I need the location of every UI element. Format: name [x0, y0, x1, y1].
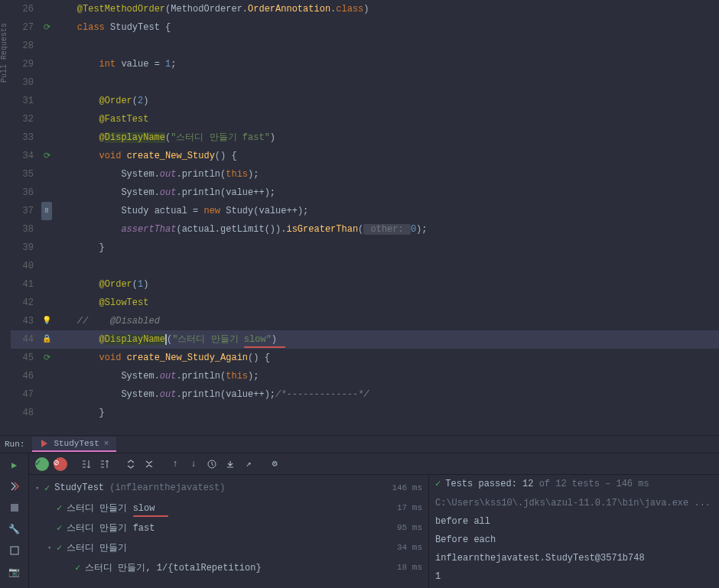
- code-line-48[interactable]: 48 }: [11, 404, 719, 422]
- run-toolbar: ✓ ⊘ ↑ ↓ ↗ ⚙: [29, 453, 719, 475]
- usage-badge: 8: [41, 202, 51, 220]
- code-content[interactable]: System.out.println(value++);/*----------…: [55, 385, 719, 404]
- code-line-43[interactable]: 43💡 // @Disabled: [11, 312, 719, 330]
- line-number: 33: [11, 128, 38, 147]
- console-output: ✓ Tests passed: 12 of 12 tests – 146 ms …: [428, 475, 719, 588]
- code-line-44[interactable]: 44🔒 @DisplayName("스터디 만들기 slow"): [11, 330, 719, 349]
- tree-arrow-icon[interactable]: ▾: [47, 544, 57, 552]
- gutter-marker: 💡: [38, 312, 55, 330]
- show-passed-button[interactable]: ✓: [34, 456, 50, 473]
- test-tree-item[interactable]: ▾✓StudyTest (inflearnthejavatest)146 ms: [29, 478, 428, 498]
- code-line-41[interactable]: 41 @Order(1): [11, 275, 719, 294]
- sort-duration-button[interactable]: [96, 456, 113, 473]
- code-line-38[interactable]: 38 assertThat(actual.getLimit()).isGreat…: [11, 220, 719, 239]
- code-line-39[interactable]: 39 }: [11, 239, 719, 257]
- camera-icon[interactable]: 📷: [6, 564, 23, 580]
- code-content[interactable]: System.out.println(this);: [55, 165, 719, 184]
- rerun-button[interactable]: ▶: [6, 456, 23, 473]
- code-line-45[interactable]: 45⟳ void create_New_Study_Again() {: [11, 349, 719, 367]
- console-line: inflearnthejavatest.StudyTest@3571b748: [435, 549, 713, 567]
- gutter-marker: 8: [38, 202, 55, 220]
- test-tree-item[interactable]: ▾✓스터디 만들기34 ms: [29, 538, 428, 557]
- code-content[interactable]: @SlowTest: [55, 294, 719, 312]
- gutter-marker: ⟳: [38, 349, 55, 367]
- show-ignored-button[interactable]: ⊘: [52, 456, 69, 473]
- code-content[interactable]: int value = 1;: [55, 55, 719, 73]
- test-tree-item[interactable]: ✓스터디 만들기, 1/{totalRepetition}18 ms: [29, 557, 428, 577]
- code-line-46[interactable]: 46 System.out.println(this);: [11, 367, 719, 385]
- code-content[interactable]: void create_New_Study() {: [55, 147, 719, 165]
- code-line-27[interactable]: 27⟳ class StudyTest {: [11, 18, 719, 37]
- test-duration: 146 ms: [392, 483, 422, 492]
- line-number: 37: [11, 202, 38, 220]
- close-icon[interactable]: ×: [104, 439, 109, 448]
- code-line-35[interactable]: 35 System.out.println(this);: [11, 165, 719, 184]
- settings-button[interactable]: ⚙: [266, 456, 283, 473]
- code-line-32[interactable]: 32 @FastTest: [11, 110, 719, 128]
- pull-requests-tab[interactable]: Pull Requests: [0, 23, 10, 83]
- code-content[interactable]: System.out.println(this);: [55, 367, 719, 385]
- run-sidebar: ▶ 🔧 📷: [0, 453, 29, 588]
- line-number: 32: [11, 110, 38, 128]
- expand-all-button[interactable]: [122, 456, 139, 473]
- code-content[interactable]: @Order(1): [55, 275, 719, 294]
- code-line-31[interactable]: 31 @Order(2): [11, 92, 719, 110]
- line-number: 36: [11, 184, 38, 202]
- collapse-all-button[interactable]: [141, 456, 158, 473]
- code-line-28[interactable]: 28: [11, 37, 719, 55]
- run-tab-studytest[interactable]: StudyTest ×: [32, 437, 116, 452]
- history-button[interactable]: [203, 456, 220, 473]
- line-number: 29: [11, 55, 38, 73]
- code-line-30[interactable]: 30: [11, 73, 719, 92]
- test-tree-item[interactable]: ✓스터디 만들기 fast95 ms: [29, 518, 428, 538]
- previous-button[interactable]: ↑: [167, 456, 184, 473]
- code-content[interactable]: @DisplayName("스터디 만들기 fast"): [55, 128, 719, 147]
- code-editor[interactable]: 26 @TestMethodOrder(MethodOrderer.OrderA…: [11, 0, 719, 435]
- code-content[interactable]: @TestMethodOrder(MethodOrderer.OrderAnno…: [55, 0, 719, 18]
- code-content[interactable]: System.out.println(value++);: [55, 184, 719, 202]
- code-line-26[interactable]: 26 @TestMethodOrder(MethodOrderer.OrderA…: [11, 0, 719, 18]
- code-content[interactable]: @FastTest: [55, 110, 719, 128]
- line-number: 30: [11, 73, 38, 92]
- test-tree[interactable]: ▾✓StudyTest (inflearnthejavatest)146 ms✓…: [29, 475, 428, 588]
- layout-button[interactable]: [6, 542, 23, 559]
- code-content[interactable]: }: [55, 239, 719, 257]
- code-content[interactable]: assertThat(actual.getLimit()).isGreaterT…: [55, 220, 719, 239]
- sort-alphabetically-button[interactable]: [78, 456, 95, 473]
- stop-button[interactable]: [6, 499, 23, 516]
- line-number: 39: [11, 239, 38, 257]
- next-button[interactable]: ↓: [185, 456, 202, 473]
- code-content[interactable]: @DisplayName("스터디 만들기 slow"): [55, 330, 719, 349]
- code-line-47[interactable]: 47 System.out.println(value++);/*-------…: [11, 385, 719, 404]
- gutter-marker: ⟳: [38, 147, 55, 165]
- code-line-42[interactable]: 42 @SlowTest: [11, 294, 719, 312]
- test-duration: 17 ms: [397, 503, 422, 512]
- code-line-33[interactable]: 33 @DisplayName("스터디 만들기 fast"): [11, 128, 719, 147]
- wrench-icon[interactable]: 🔧: [6, 521, 23, 538]
- import-button[interactable]: [222, 456, 239, 473]
- tree-arrow-icon[interactable]: ▾: [35, 484, 44, 492]
- code-content[interactable]: Study actual = new Study(value++);: [55, 202, 719, 220]
- code-content[interactable]: void create_New_Study_Again() {: [55, 349, 719, 367]
- test-duration: 34 ms: [397, 543, 422, 552]
- test-label: 스터디 만들기 fast: [67, 521, 397, 534]
- gutter-marker: 🔒: [38, 330, 55, 349]
- code-content[interactable]: class StudyTest {: [55, 18, 719, 37]
- code-line-29[interactable]: 29 int value = 1;: [11, 55, 719, 73]
- code-content[interactable]: @Order(2): [55, 92, 719, 110]
- tests-status-text: Tests passed: 12 of 12 tests – 146 ms: [445, 479, 649, 489]
- test-passed-icon: ✓: [57, 542, 62, 554]
- test-passed-icon: ✓: [57, 502, 62, 514]
- code-content[interactable]: // @Disabled: [55, 312, 719, 330]
- line-number: 43: [11, 312, 38, 330]
- rerun-failed-button[interactable]: [6, 478, 23, 495]
- code-line-37[interactable]: 378 Study actual = new Study(value++);: [11, 202, 719, 220]
- export-button[interactable]: ↗: [240, 456, 257, 473]
- code-line-36[interactable]: 36 System.out.println(value++);: [11, 184, 719, 202]
- test-tree-item[interactable]: ✓스터디 만들기 slow17 ms: [29, 498, 428, 518]
- code-line-40[interactable]: 40: [11, 257, 719, 275]
- test-passed-icon: ✓: [44, 482, 50, 494]
- code-line-34[interactable]: 34⟳ void create_New_Study() {: [11, 147, 719, 165]
- code-content[interactable]: }: [55, 404, 719, 422]
- run-panel: Run: StudyTest × ▶ 🔧 📷 ✓ ⊘: [0, 435, 719, 588]
